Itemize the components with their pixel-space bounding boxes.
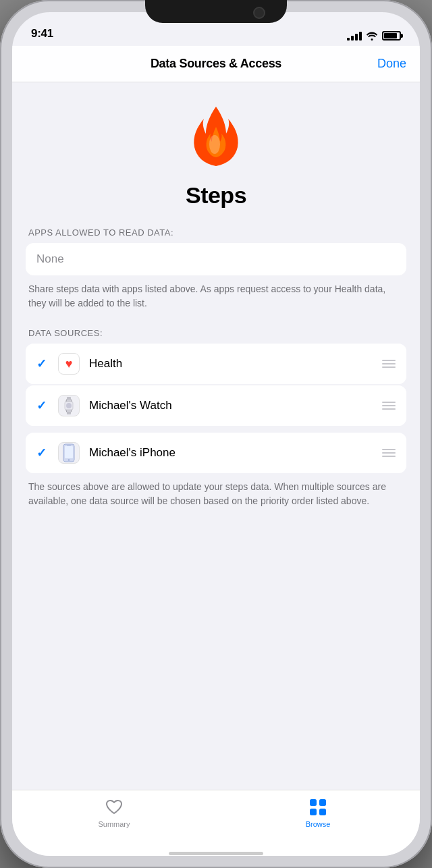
browse-tab-label: Browse <box>306 820 331 828</box>
apps-allowed-label: APPS ALLOWED TO READ DATA: <box>26 227 406 238</box>
watch-app-icon <box>58 395 80 416</box>
health-row-card: ✓ ♥ Health <box>26 344 406 384</box>
status-time: 9:41 <box>31 27 53 40</box>
source-row-watch[interactable]: ✓ Michael's Watch <box>26 385 406 426</box>
apps-allowed-section: APPS ALLOWED TO READ DATA: None Share st… <box>12 227 420 323</box>
summary-heart-icon <box>105 799 123 815</box>
battery-icon <box>382 31 401 40</box>
apps-allowed-card: None <box>26 243 406 275</box>
nav-bar: Data Sources & Access Done <box>12 46 420 82</box>
iphone-checkmark: ✓ <box>36 445 50 460</box>
health-app-icon: ♥ <box>58 353 80 375</box>
data-sources-description: The sources above are allowed to update … <box>26 473 406 520</box>
watch-checkmark: ✓ <box>36 398 50 413</box>
signal-bar-2 <box>351 36 354 40</box>
svg-rect-13 <box>319 809 326 815</box>
tab-bar: Summary Browse <box>12 790 420 850</box>
hero-title: Steps <box>186 182 246 209</box>
iphone-svg-icon <box>63 443 75 462</box>
notch <box>145 0 287 23</box>
svg-rect-7 <box>65 446 73 458</box>
tab-summary[interactable]: Summary <box>87 797 141 828</box>
data-sources-label: DATA SOURCES: <box>26 328 406 338</box>
heart-icon: ♥ <box>65 357 73 371</box>
tab-browse[interactable]: Browse <box>291 797 345 828</box>
svg-rect-5 <box>67 412 71 414</box>
home-indicator <box>12 850 420 856</box>
iphone-row-card: ✓ Michael's iPhone <box>26 433 406 473</box>
browse-tab-icon <box>308 797 328 817</box>
row-separator <box>26 426 406 433</box>
watch-svg-icon <box>61 397 76 414</box>
wifi-icon <box>366 31 378 40</box>
svg-point-0 <box>209 135 220 154</box>
apps-description: Share steps data with apps listed above.… <box>26 275 406 323</box>
signal-bar-3 <box>355 34 358 40</box>
iphone-source-name: Michael's iPhone <box>89 446 377 460</box>
nav-title: Data Sources & Access <box>151 57 281 71</box>
svg-rect-10 <box>310 799 317 806</box>
svg-rect-4 <box>67 397 71 400</box>
signal-bar-1 <box>347 38 350 40</box>
svg-point-3 <box>66 403 72 408</box>
health-checkmark: ✓ <box>36 356 50 371</box>
screen: 9:41 Data Sou <box>12 12 420 856</box>
flame-icon <box>189 107 243 171</box>
bottom-spacer <box>12 526 420 539</box>
watch-drag-handle[interactable] <box>382 402 396 410</box>
scroll-content: Steps APPS ALLOWED TO READ DATA: None Sh… <box>12 82 420 790</box>
source-row-iphone[interactable]: ✓ Michael's iPhone <box>26 433 406 473</box>
hero-section: Steps <box>12 82 420 227</box>
phone-frame: 9:41 Data Sou <box>0 0 432 868</box>
browse-grid-icon <box>308 798 327 817</box>
data-sources-section: DATA SOURCES: ✓ ♥ Health <box>12 328 420 520</box>
summary-tab-label: Summary <box>98 820 130 828</box>
status-icons <box>347 31 401 40</box>
watch-source-name: Michael's Watch <box>89 399 377 412</box>
source-row-health[interactable]: ✓ ♥ Health <box>26 344 406 384</box>
svg-rect-12 <box>310 809 317 815</box>
home-bar <box>169 852 263 855</box>
svg-point-8 <box>68 459 70 460</box>
signal-bar-4 <box>359 32 362 40</box>
battery-fill <box>384 33 397 38</box>
watch-row-card: ✓ Michael's Watch <box>26 385 406 426</box>
svg-rect-11 <box>319 799 326 806</box>
iphone-app-icon <box>58 442 80 464</box>
done-button[interactable]: Done <box>377 57 406 71</box>
health-source-name: Health <box>89 357 377 371</box>
signal-bars-icon <box>347 32 362 40</box>
svg-rect-9 <box>67 445 71 445</box>
summary-tab-icon <box>104 797 124 817</box>
iphone-drag-handle[interactable] <box>382 449 396 457</box>
none-row: None <box>26 243 406 275</box>
health-drag-handle[interactable] <box>382 360 396 368</box>
